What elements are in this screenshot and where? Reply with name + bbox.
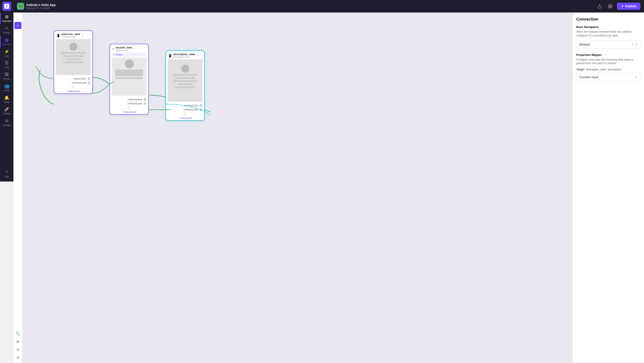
patch-desc-subtitle: description view <box>173 56 195 58</box>
expand-arrow-button[interactable]: ↗ <box>80 33 84 38</box>
sidebar-item-users[interactable]: 👥 Users <box>0 82 14 93</box>
app-info: Kalindu's Hello App Appspotr SL Sandbox <box>26 3 56 9</box>
screen-content-3 <box>168 59 202 90</box>
event-label-onpatchload: onPatchLoad <box>72 81 86 84</box>
sidebar-item-label: Notify <box>4 101 10 103</box>
app-name: Kalindu's Hello App <box>26 3 56 7</box>
screen-avatar <box>69 43 77 51</box>
event-label-onpatchload-2: onPatchLoad <box>128 102 142 105</box>
list-icon: ≡ <box>112 47 114 51</box>
main-container: + 🔍 ⊕ ⊖ ↺ <box>14 12 322 181</box>
sidebar-item-structure[interactable]: ▦ Structure <box>0 36 14 47</box>
event-row-onpatchload: onPatchLoad <box>54 81 92 85</box>
screen-line-1 <box>61 52 86 54</box>
structure-icon: ▦ <box>5 37 9 42</box>
screen-line-3 <box>66 58 81 60</box>
screen-line-a <box>115 77 143 79</box>
expand-events-button-3[interactable]: ∨ <box>166 111 204 116</box>
patch-second-title: second_view <box>116 46 132 49</box>
more-options-button-2[interactable]: ⋮ <box>138 47 142 51</box>
add-node-button[interactable]: + <box>14 22 22 29</box>
event-label-richtextclick: richTextClick <box>184 104 198 107</box>
event-dot-onpatchload-3[interactable] <box>200 108 202 111</box>
sidebar-item-help-label: Help <box>4 175 9 178</box>
more-options-button[interactable]: ⋮ <box>86 33 90 38</box>
event-dot-onpatchload[interactable] <box>88 82 90 84</box>
event-label-onitemselect: onItemSelect <box>128 98 142 101</box>
sidebar-item-publish[interactable]: 🚀 Publish <box>0 105 14 117</box>
event-dot-buttonclick[interactable] <box>88 77 90 80</box>
sidebar-item-label: Overview <box>2 20 12 22</box>
settings-icon: ⚙ <box>5 118 8 123</box>
patch-description-view[interactable]: 📱 description_view description view ↗ ⋮ <box>166 50 204 121</box>
chip-label: chores <box>116 53 122 56</box>
patch-welcome-header: 📱 welcome_view welcome view ↗ ⋮ <box>54 31 92 39</box>
canvas[interactable]: 📱 welcome_view welcome view ↗ ⋮ <box>22 12 322 181</box>
screen-content <box>56 39 90 65</box>
patch-welcome-actions: ↗ ⋮ <box>80 33 90 38</box>
new-event-button-desc[interactable]: + New Event <box>166 116 204 120</box>
new-event-button-welcome[interactable]: + New Event <box>54 89 92 93</box>
sidebar-item-label: Users <box>4 89 10 92</box>
logo-inner: K <box>4 4 9 9</box>
sidebar-item-overview[interactable]: ⊞ Overview <box>0 12 14 24</box>
data-icon: 🗄 <box>5 61 9 65</box>
sidebar-item-label: Logic <box>4 55 10 57</box>
expand-arrow-button-2[interactable]: ↗ <box>132 47 137 51</box>
sidebar-item-settings[interactable]: ⚙ Settings <box>0 117 14 128</box>
event-label-onpatchload-3: onPatchLoad <box>183 108 198 111</box>
event-label-buttonclick: buttonClick <box>74 77 86 80</box>
screen-avatar-2 <box>125 59 134 68</box>
event-row-richtextclick: richTextClick <box>166 103 204 107</box>
sidebar-item-assets[interactable]: 🖼 Assets <box>0 70 14 82</box>
sidebar-item-design[interactable]: ✏ Design <box>0 24 14 36</box>
new-event-button-second[interactable]: + New Event <box>110 109 148 114</box>
sidebar-item-help[interactable]: ? Help <box>0 168 14 180</box>
patch-second-view[interactable]: ≡ second_view second view ↗ ⋮ ≡ chores <box>110 44 149 115</box>
sidebar-item-notify[interactable]: 🔔 Notify <box>0 93 14 105</box>
more-options-button-3[interactable]: ⋮ <box>200 53 205 58</box>
sidebar-item-label: Data <box>4 66 9 69</box>
screen-line-2 <box>63 55 83 57</box>
screen-line-d4 <box>177 83 193 85</box>
app-icon-emoji: 🌿 <box>18 4 23 8</box>
screen-line-d1 <box>173 74 198 76</box>
topbar: 🌿 Kalindu's Hello App Appspotr SL Sandbo… <box>14 0 322 12</box>
users-icon: 👥 <box>4 84 9 88</box>
patch-welcome-title: welcome_view <box>62 33 80 36</box>
event-row-onpatchload-3: onPatchLoad <box>166 107 204 111</box>
patch-welcome-screen <box>56 39 90 75</box>
app-logo: K <box>2 2 11 11</box>
overview-icon: ⊞ <box>5 14 8 19</box>
expand-arrow-button-3[interactable]: ↗ <box>195 53 200 58</box>
chevron-down-icon-2: ∨ <box>128 106 130 109</box>
design-icon: ✏ <box>5 26 8 31</box>
new-event-label-welcome: + New Event <box>66 90 80 92</box>
chip-icon: ≡ <box>114 53 115 56</box>
patch-second-screen <box>112 58 146 96</box>
event-row-onpatchload-2: onPatchLoad <box>110 101 148 105</box>
screen-line-d3 <box>173 80 198 82</box>
logic-icon: ⚡ <box>4 49 9 54</box>
event-row-buttonclick: buttonClick <box>54 77 92 81</box>
patch-second-title-group: second_view second view <box>116 46 132 52</box>
sidebar-item-data[interactable]: 🗄 Data <box>0 59 14 70</box>
canvas-toolbar: + 🔍 ⊕ ⊖ ↺ <box>14 12 22 181</box>
patch-welcome-title-group: welcome_view welcome view <box>62 33 80 38</box>
sidebar: K ⊞ Overview ✏ Design ▦ Structure ⚡ Logi… <box>0 0 14 181</box>
event-dot-richtextclick[interactable] <box>200 104 202 107</box>
expand-events-button-2[interactable]: ∨ <box>110 105 148 109</box>
help-icon: ? <box>6 170 8 175</box>
event-dot-onpatchload-2[interactable] <box>144 102 146 105</box>
expand-events-button[interactable]: ∨ <box>54 85 92 89</box>
patch-welcome-view[interactable]: 📱 welcome_view welcome view ↗ ⋮ <box>54 30 93 94</box>
sidebar-item-logic[interactable]: ⚡ Logic <box>0 47 14 59</box>
add-icon: + <box>17 23 19 27</box>
event-dot-onitemselect[interactable] <box>144 98 146 101</box>
sidebar-item-label: Design <box>3 31 10 34</box>
patch-desc-actions: ↗ ⋮ <box>195 53 205 58</box>
screen-line-4 <box>63 61 83 63</box>
new-event-label-second: + New Event <box>122 111 136 113</box>
patch-desc-screen <box>168 59 202 102</box>
screen-avatar-3 <box>181 65 189 73</box>
